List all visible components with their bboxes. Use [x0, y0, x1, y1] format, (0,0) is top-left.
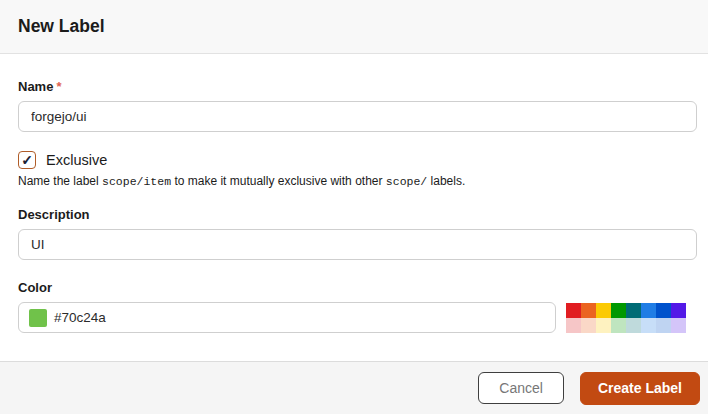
- help-text-part: Name the label: [18, 174, 102, 188]
- palette-swatch[interactable]: [626, 303, 641, 318]
- color-row: #70c24a: [18, 302, 697, 333]
- dialog-body: Name* ✓ Exclusive Name the label scope/i…: [0, 54, 708, 361]
- palette-swatch[interactable]: [656, 318, 671, 333]
- color-value: #70c24a: [54, 310, 106, 325]
- palette-swatch[interactable]: [626, 318, 641, 333]
- palette-swatch[interactable]: [581, 318, 596, 333]
- exclusive-field-group: ✓ Exclusive Name the label scope/item to…: [18, 151, 697, 188]
- name-label-text: Name: [18, 79, 53, 94]
- create-label-button[interactable]: Create Label: [580, 372, 700, 405]
- description-label: Description: [18, 207, 697, 222]
- help-text-part: labels.: [427, 174, 465, 188]
- palette-swatch[interactable]: [671, 318, 686, 333]
- palette-swatch[interactable]: [596, 318, 611, 333]
- name-field-group: Name*: [18, 79, 697, 132]
- help-code-scope-item: scope/item: [102, 175, 171, 188]
- exclusive-help-text: Name the label scope/item to make it mut…: [18, 174, 697, 188]
- description-input[interactable]: [18, 229, 697, 260]
- required-asterisk: *: [56, 79, 61, 94]
- palette-swatch[interactable]: [566, 318, 581, 333]
- dialog-title: New Label: [18, 16, 105, 37]
- color-label: Color: [18, 280, 697, 295]
- color-input[interactable]: #70c24a: [18, 302, 556, 333]
- color-swatch: [29, 309, 47, 327]
- exclusive-checkbox[interactable]: ✓ Exclusive: [18, 151, 697, 169]
- cancel-button[interactable]: Cancel: [478, 372, 564, 404]
- new-label-dialog: New Label Name* ✓ Exclusive Name the lab…: [0, 0, 708, 414]
- color-field-group: Color #70c24a: [18, 280, 697, 333]
- palette-swatch[interactable]: [611, 303, 626, 318]
- palette-swatch[interactable]: [641, 318, 656, 333]
- exclusive-label[interactable]: Exclusive: [46, 152, 107, 168]
- palette-swatch[interactable]: [656, 303, 671, 318]
- dialog-header: New Label: [0, 0, 708, 54]
- palette-swatch[interactable]: [596, 303, 611, 318]
- help-text-part: to make it mutually exclusive with other: [171, 174, 386, 188]
- dialog-footer: Cancel Create Label: [0, 361, 708, 414]
- description-field-group: Description: [18, 207, 697, 260]
- checkbox-checked-icon[interactable]: ✓: [18, 151, 36, 169]
- help-code-scope: scope/: [386, 175, 427, 188]
- name-input[interactable]: [18, 101, 697, 132]
- name-label: Name*: [18, 79, 697, 94]
- palette-swatch[interactable]: [641, 303, 656, 318]
- palette-swatch[interactable]: [581, 303, 596, 318]
- palette-swatch[interactable]: [671, 303, 686, 318]
- color-palette: [566, 303, 686, 333]
- palette-swatch[interactable]: [611, 318, 626, 333]
- checkmark-icon: ✓: [21, 153, 33, 167]
- palette-swatch[interactable]: [566, 303, 581, 318]
